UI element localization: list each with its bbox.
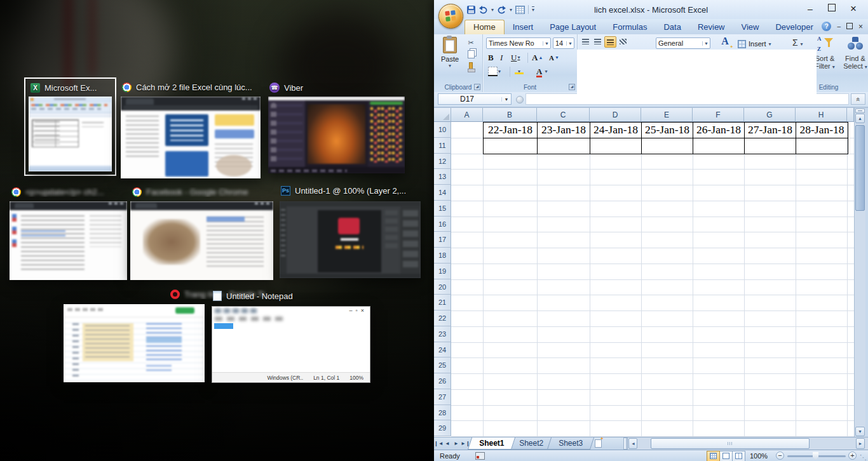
cut-button[interactable]: ✂	[465, 37, 477, 48]
empty-bordered-cell[interactable]	[484, 138, 538, 154]
name-box-dropdown-icon[interactable]: ▼	[501, 97, 511, 102]
date-cell-26-Jan-18[interactable]: 26-Jan-18	[693, 123, 745, 138]
row-header-14[interactable]: 14	[434, 185, 451, 201]
column-header-E[interactable]: E	[641, 108, 693, 122]
dates-range-b10-h11[interactable]: 22-Jan-1823-Jan-1824-Jan-1825-Jan-1826-J…	[483, 122, 848, 154]
zoom-level[interactable]: 100%	[750, 452, 768, 460]
insert-function-icon[interactable]	[516, 96, 524, 104]
zoom-slider-handle[interactable]	[813, 452, 818, 460]
viber-thumbnail-window[interactable]	[268, 97, 405, 173]
row-header-16[interactable]: 16	[434, 217, 451, 232]
excel-thumbnail-window[interactable]	[29, 97, 112, 171]
date-cell-22-Jan-18[interactable]: 22-Jan-18	[484, 123, 538, 138]
row-header-18[interactable]: 18	[434, 248, 451, 264]
date-cell-28-Jan-18[interactable]: 28-Jan-18	[796, 123, 848, 138]
date-cell-25-Jan-18[interactable]: 25-Jan-18	[642, 123, 693, 138]
redo-dropdown-icon[interactable]: ▾	[510, 7, 512, 13]
zoom-out-icon[interactable]: −	[776, 451, 784, 460]
fill-color-button[interactable]: ▾	[515, 65, 520, 77]
table-borders-qat-icon[interactable]	[515, 6, 525, 14]
row-header-25[interactable]: 25	[434, 357, 451, 373]
chrome2-thumbnail-window[interactable]	[10, 201, 127, 280]
column-header-G[interactable]: G	[744, 108, 796, 122]
scroll-down-icon[interactable]: ▼	[855, 427, 865, 436]
ribbon-tab-page-layout[interactable]: Page Layout	[541, 20, 604, 34]
orientation-button[interactable]	[618, 36, 628, 46]
sheet-tab-sheet3[interactable]: Sheet3	[547, 438, 594, 450]
row-header-17[interactable]: 17	[434, 232, 451, 248]
number-format-select[interactable]: General▼	[656, 37, 710, 49]
column-header-A[interactable]: A	[451, 108, 483, 122]
font-dialog-launcher-icon[interactable]: ◢	[569, 84, 575, 90]
office-button[interactable]	[438, 4, 463, 29]
row-header-23[interactable]: 23	[434, 326, 451, 342]
close-icon[interactable]: ×	[843, 1, 864, 17]
ribbon-tab-home[interactable]: Home	[465, 20, 505, 34]
taskview-item-excel[interactable]: X Microsoft Ex...	[24, 77, 116, 176]
taskview-item-notepad[interactable]: Untitled - Notepad –▫× Windows (CR.. Ln …	[212, 289, 370, 383]
grow-font-button[interactable]: A▲	[532, 51, 543, 63]
vertical-split-handle[interactable]	[855, 109, 865, 113]
workbook-close-icon[interactable]: ×	[858, 22, 863, 31]
taskview-item-chrome-1[interactable]: Cách mở 2 file Excel cùng lúc...	[121, 81, 261, 178]
row-header-15[interactable]: 15	[434, 201, 451, 217]
bottom-align-button[interactable]	[604, 36, 616, 48]
name-box[interactable]: D17 ▼	[438, 93, 512, 105]
row-header-24[interactable]: 24	[434, 342, 451, 358]
middle-align-button[interactable]	[592, 36, 603, 46]
prev-sheet-icon[interactable]: ◄	[443, 441, 452, 446]
page-break-view-button[interactable]	[732, 451, 745, 461]
column-header-D[interactable]: D	[590, 108, 641, 122]
row-header-29[interactable]: 29	[434, 420, 451, 436]
column-header-F[interactable]: F	[693, 108, 744, 122]
empty-bordered-cell[interactable]	[642, 138, 693, 154]
horizontal-scrollbar[interactable]: ◄ ►	[627, 438, 868, 450]
row-header-10[interactable]: 10	[434, 122, 451, 138]
normal-view-button[interactable]	[707, 451, 720, 461]
horizontal-scroll-thumb[interactable]	[651, 438, 810, 449]
ribbon-tab-developer[interactable]: Developer	[767, 20, 821, 34]
italic-button[interactable]: I	[500, 51, 503, 63]
workbook-restore-icon[interactable]	[846, 23, 853, 30]
help-icon[interactable]: ?	[822, 22, 831, 31]
page-layout-view-button[interactable]	[719, 451, 733, 461]
ribbon-tab-view[interactable]: View	[733, 20, 768, 34]
paste-button[interactable]: Paste ▾	[438, 37, 462, 76]
borders-button[interactable]: ▾	[488, 65, 501, 77]
workbook-minimize-icon[interactable]: –	[837, 23, 841, 30]
row-header-27[interactable]: 27	[434, 389, 451, 405]
minimize-icon[interactable]: –	[799, 1, 821, 17]
scroll-left-icon[interactable]: ◄	[628, 438, 637, 449]
undo-dropdown-icon[interactable]: ▾	[491, 7, 494, 13]
empty-bordered-cell[interactable]	[745, 138, 796, 154]
taskview-item-chrome-2[interactable]: <p>update</p> ch2...	[10, 186, 127, 280]
font-color-button[interactable]: A▾	[536, 65, 547, 77]
row-header-26[interactable]: 26	[434, 373, 451, 389]
save-icon[interactable]	[467, 6, 475, 14]
row-header-20[interactable]: 20	[434, 279, 451, 295]
autosum-button[interactable]: Σ ▾	[792, 37, 803, 48]
date-cell-27-Jan-18[interactable]: 27-Jan-18	[745, 123, 796, 138]
date-cell-24-Jan-18[interactable]: 24-Jan-18	[590, 123, 642, 138]
ribbon-tab-review[interactable]: Review	[689, 20, 733, 34]
chrome3-thumbnail-window[interactable]	[130, 201, 273, 280]
date-cell-23-Jan-18[interactable]: 23-Jan-18	[538, 123, 590, 138]
sheet-tab-sheet1[interactable]: Sheet1	[468, 438, 516, 450]
maximize-icon[interactable]	[821, 1, 843, 17]
empty-bordered-cell[interactable]	[590, 138, 642, 154]
insert-cells-button[interactable]: Insert ▾	[738, 38, 771, 50]
qat-customize-icon[interactable]: ▾	[532, 6, 534, 13]
empty-bordered-cell[interactable]	[693, 138, 745, 154]
underline-button[interactable]: U▾	[511, 51, 520, 63]
taskview-item-opera[interactable]: Trang tính - Google Tr...	[62, 288, 205, 383]
empty-bordered-cell[interactable]	[796, 138, 848, 154]
font-size-select[interactable]: 14▼	[553, 37, 574, 49]
formula-bar-expand-icon[interactable]: «	[851, 93, 865, 105]
macro-record-icon[interactable]	[475, 452, 485, 460]
scroll-up-icon[interactable]: ▲	[855, 114, 865, 123]
row-header-11[interactable]: 11	[434, 138, 451, 154]
shrink-font-button[interactable]: A▼	[549, 51, 559, 63]
zoom-slider[interactable]	[787, 455, 846, 457]
ribbon-tab-insert[interactable]: Insert	[505, 20, 542, 34]
opera-thumbnail-window[interactable]	[64, 304, 205, 382]
